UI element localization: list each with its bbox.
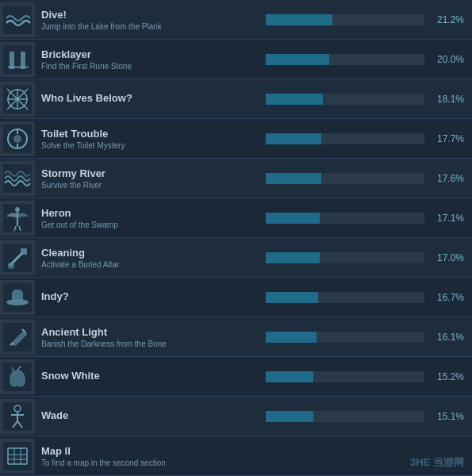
achievement-bar-ancient-light <box>266 332 317 343</box>
achievement-desc-heron: Get out of the Swamp <box>41 221 258 229</box>
achievement-bar-wade <box>266 411 313 422</box>
achievement-desc-map-ii: To find a map in the second section <box>41 459 464 467</box>
achievement-percent-ancient-light: 16.1% <box>432 332 464 343</box>
achievement-bar-wrap-bricklayer <box>266 54 424 65</box>
achievement-name-ancient-light: Ancient Light <box>41 326 258 338</box>
achievement-bar-wrap-wade <box>266 411 424 422</box>
achievement-icon-indy <box>0 280 35 315</box>
achievement-info-map-ii: Map II To find a map in the second secti… <box>41 445 464 467</box>
achievement-percent-heron: 17.1% <box>432 213 464 224</box>
achievement-info-indy: Indy? <box>41 290 258 304</box>
svg-rect-1 <box>3 45 32 74</box>
achievement-name-cleaning: Cleaning <box>41 247 258 259</box>
achievement-percent-toilet-trouble: 17.7% <box>432 133 464 144</box>
achievement-item-wade[interactable]: Wade 15.1% <box>0 397 472 436</box>
achievement-bar-dive <box>266 14 332 25</box>
svg-point-13 <box>13 135 21 143</box>
achievement-bar-toilet-trouble <box>266 133 321 144</box>
achievement-name-snow-white: Snow White <box>41 370 258 382</box>
achievement-percent-cleaning: 17.0% <box>432 252 464 263</box>
svg-rect-4 <box>8 66 29 68</box>
achievement-icon-cleaning <box>0 240 35 275</box>
achievement-percent-wade: 15.1% <box>432 411 464 422</box>
achievement-item-heron[interactable]: Heron Get out of the Swamp 17.1% <box>0 198 472 238</box>
achievement-bar-wrap-snow-white <box>266 371 424 382</box>
achievement-info-heron: Heron Get out of the Swamp <box>41 207 258 229</box>
svg-rect-26 <box>13 290 21 293</box>
achievement-name-who-lives-below: Who Lives Below? <box>41 92 258 104</box>
achievement-desc-dive: Jump into the Lake from the Plank <box>41 22 258 31</box>
achievement-desc-ancient-light: Banish the Darkness from the Bone <box>41 340 258 348</box>
achievement-item-cleaning[interactable]: Cleaning Activate a Buried Altar 17.0% <box>0 238 472 278</box>
achievement-item-toilet-trouble[interactable]: Toilet Trouble Solve the Toilet Mystery … <box>0 119 472 159</box>
achievement-name-wade: Wade <box>41 409 258 421</box>
svg-point-18 <box>15 207 20 212</box>
achievement-name-stormy-river: Stormy River <box>41 167 258 179</box>
achievement-icon-map-ii <box>0 439 35 474</box>
achievement-icon-snow-white <box>0 359 35 394</box>
achievement-name-map-ii: Map II <box>41 445 464 457</box>
achievement-info-ancient-light: Ancient Light Banish the Darkness from t… <box>41 326 258 348</box>
achievement-name-indy: Indy? <box>41 290 258 302</box>
achievement-info-stormy-river: Stormy River Survive the River <box>41 167 258 190</box>
achievement-bar-stormy-river <box>266 173 321 184</box>
achievement-icon-bricklayer <box>0 42 35 77</box>
achievement-info-cleaning: Cleaning Activate a Buried Altar <box>41 247 258 269</box>
achievement-item-stormy-river[interactable]: Stormy River Survive the River 17.6% <box>0 159 472 198</box>
achievement-bar-cleaning <box>266 252 320 263</box>
achievement-bar-snow-white <box>266 371 313 382</box>
achievement-percent-indy: 16.7% <box>432 292 464 303</box>
achievement-info-bricklayer: Bricklayer Find the First Rune Stone <box>41 48 258 71</box>
achievement-percent-stormy-river: 17.6% <box>432 173 464 184</box>
achievement-info-who-lives-below: Who Lives Below? <box>41 92 258 106</box>
achievement-icon-toilet-trouble <box>0 121 35 156</box>
achievement-bar-wrap-heron <box>266 213 424 224</box>
achievement-item-indy[interactable]: Indy? 16.7% <box>0 278 472 317</box>
achievement-bar-indy <box>266 292 318 303</box>
achievement-item-who-lives-below[interactable]: Who Lives Below? 18.1% <box>0 79 472 119</box>
achievement-info-snow-white: Snow White <box>41 370 258 383</box>
achievement-bar-heron <box>266 213 320 224</box>
achievement-icon-dive <box>0 2 35 37</box>
achievement-bar-wrap-dive <box>266 14 424 25</box>
achievement-item-map-ii[interactable]: Map II To find a map in the second secti… <box>0 436 472 476</box>
svg-rect-25 <box>12 291 23 302</box>
achievement-percent-who-lives-below: 18.1% <box>432 94 464 105</box>
achievement-percent-bricklayer: 20.0% <box>432 54 464 65</box>
achievement-icon-stormy-river <box>0 161 35 196</box>
achievement-desc-cleaning: Activate a Buried Altar <box>41 260 258 269</box>
achievement-name-heron: Heron <box>41 207 258 219</box>
achievement-bar-wrap-indy <box>266 292 424 303</box>
achievement-desc-stormy-river: Survive the River <box>41 181 258 190</box>
achievement-bar-wrap-stormy-river <box>266 173 424 184</box>
achievement-item-dive[interactable]: Dive! Jump into the Lake from the Plank … <box>0 0 472 40</box>
svg-rect-21 <box>21 248 27 255</box>
achievement-info-toilet-trouble: Toilet Trouble Solve the Toilet Mystery <box>41 128 258 150</box>
achievement-bar-bricklayer <box>266 54 329 65</box>
achievement-bar-wrap-cleaning <box>266 252 424 263</box>
achievement-info-wade: Wade <box>41 409 258 423</box>
achievement-desc-toilet-trouble: Solve the Toilet Mystery <box>41 141 258 150</box>
achievement-icon-wade <box>0 399 35 434</box>
achievement-percent-snow-white: 15.2% <box>432 371 464 382</box>
achievement-info-dive: Dive! Jump into the Lake from the Plank <box>41 9 258 31</box>
achievement-desc-bricklayer: Find the First Rune Stone <box>41 62 258 71</box>
achievement-name-toilet-trouble: Toilet Trouble <box>41 128 258 140</box>
achievement-icon-heron <box>0 201 35 236</box>
svg-point-22 <box>8 263 14 269</box>
achievement-bar-wrap-who-lives-below <box>266 94 424 105</box>
achievement-list: Dive! Jump into the Lake from the Plank … <box>0 0 472 476</box>
achievement-bar-who-lives-below <box>266 94 323 105</box>
achievement-bar-wrap-toilet-trouble <box>266 133 424 144</box>
achievement-item-ancient-light[interactable]: Ancient Light Banish the Darkness from t… <box>0 317 472 357</box>
achievement-name-bricklayer: Bricklayer <box>41 48 258 60</box>
achievement-item-snow-white[interactable]: Snow White 15.2% <box>0 357 472 397</box>
achievement-percent-dive: 21.2% <box>432 14 464 25</box>
achievement-icon-who-lives-below <box>0 82 35 117</box>
achievement-icon-ancient-light <box>0 320 35 355</box>
achievement-bar-wrap-ancient-light <box>266 332 424 343</box>
watermark: 3HE 当游网 <box>410 455 464 470</box>
achievement-item-bricklayer[interactable]: Bricklayer Find the First Rune Stone 20.… <box>0 40 472 79</box>
achievement-name-dive: Dive! <box>41 9 258 21</box>
